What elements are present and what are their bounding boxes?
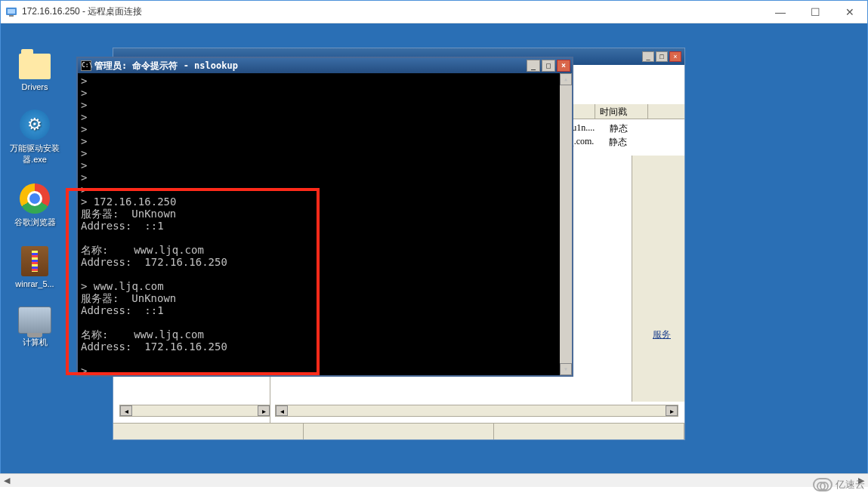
page-h-scrollbar[interactable]: ◀ ▶ [0, 473, 868, 487]
minimize-button[interactable]: _ [527, 60, 540, 72]
maximize-button[interactable]: □ [656, 51, 668, 62]
desktop-icon-drivers[interactable]: Drivers [8, 54, 61, 91]
cmd-titlebar[interactable]: C:\ 管理员: 命令提示符 - nslookup _ □ × [78, 58, 572, 73]
icon-label: 万能驱动安装器.exe [8, 143, 61, 165]
rdp-window: 172.16.16.250 - 远程桌面连接 — ☐ ✕ Drivers ⚙ 万… [0, 0, 868, 473]
watermark: 亿速云 [813, 478, 865, 491]
scroll-down-icon[interactable]: ▾ [560, 363, 572, 375]
cmd-output[interactable]: > > > > > > > > > > > 172.16.16.250 服务器:… [78, 73, 572, 375]
desktop-icon-computer[interactable]: 计算机 [8, 307, 61, 348]
close-button[interactable]: × [557, 60, 570, 72]
desktop-icon-chrome[interactable]: 谷歌浏览器 [8, 183, 61, 228]
v-scrollbar[interactable]: ▴ ▾ [560, 73, 572, 375]
scroll-left-icon[interactable]: ◂ [120, 405, 132, 416]
desktop-icon-driver-installer[interactable]: ⚙ 万能驱动安装器.exe [8, 109, 61, 165]
cmd-text: > > > > > > > > > > > 172.16.16.250 服务器:… [81, 75, 227, 375]
rdp-window-controls: — ☐ ✕ [763, 1, 867, 23]
minimize-button[interactable]: — [763, 1, 798, 23]
h-scrollbar[interactable]: ◂ ▸ [119, 405, 270, 417]
scroll-track[interactable] [14, 474, 854, 488]
cmd-window-controls: _ □ × [527, 60, 570, 72]
scroll-track[interactable] [288, 405, 666, 416]
icon-label: Drivers [22, 82, 48, 91]
scroll-left-icon[interactable]: ◂ [276, 405, 288, 416]
scroll-left-icon[interactable]: ◀ [0, 474, 14, 488]
remote-desktop-area[interactable]: Drivers ⚙ 万能驱动安装器.exe 谷歌浏览器 winrar_5... … [1, 23, 867, 474]
rdp-titlebar[interactable]: 172.16.16.250 - 远程桌面连接 — ☐ ✕ [1, 1, 867, 23]
close-button[interactable]: × [669, 51, 681, 62]
maximize-button[interactable]: ☐ [798, 1, 832, 23]
desktop-icon-winrar[interactable]: winrar_5... [8, 246, 61, 288]
scroll-right-icon[interactable]: ▸ [666, 405, 678, 416]
dns-service-link[interactable]: 服务 [653, 328, 671, 341]
folder-icon [19, 54, 51, 79]
icon-label: winrar_5... [15, 279, 54, 288]
rdp-title: 172.16.16.250 - 远程桌面连接 [22, 5, 763, 18]
maximize-button[interactable]: □ [542, 60, 555, 72]
icon-label: 计算机 [23, 337, 48, 348]
h-scrollbar[interactable]: ◂ ▸ [275, 405, 678, 417]
scroll-right-icon[interactable]: ▸ [258, 405, 270, 416]
row-status: 静态 [609, 136, 627, 149]
status-bar [113, 423, 684, 439]
scroll-up-icon[interactable]: ▴ [560, 73, 572, 85]
gear-icon: ⚙ [20, 109, 50, 140]
cmd-window[interactable]: C:\ 管理员: 命令提示符 - nslookup _ □ × > > > > … [76, 57, 573, 377]
desktop-icons: Drivers ⚙ 万能驱动安装器.exe 谷歌浏览器 winrar_5... … [8, 54, 61, 348]
minimize-button[interactable]: _ [642, 51, 654, 62]
winrar-icon [21, 246, 48, 276]
svg-rect-2 [9, 15, 14, 17]
computer-icon [18, 307, 51, 334]
watermark-text: 亿速云 [836, 478, 865, 491]
chrome-icon [20, 183, 50, 214]
scroll-track[interactable] [132, 405, 258, 416]
rdp-icon [5, 6, 17, 18]
row-status: 静态 [610, 122, 628, 135]
cmd-title: 管理员: 命令提示符 - nslookup [94, 60, 527, 72]
watermark-icon [813, 478, 832, 491]
svg-rect-1 [8, 9, 15, 14]
scroll-thumb[interactable] [560, 85, 572, 363]
dns-side-panel [632, 156, 684, 402]
col-timestamp[interactable]: 时间戳 [595, 104, 648, 119]
cmd-icon: C:\ [81, 60, 91, 71]
icon-label: 谷歌浏览器 [14, 217, 56, 228]
close-button[interactable]: ✕ [832, 1, 867, 23]
